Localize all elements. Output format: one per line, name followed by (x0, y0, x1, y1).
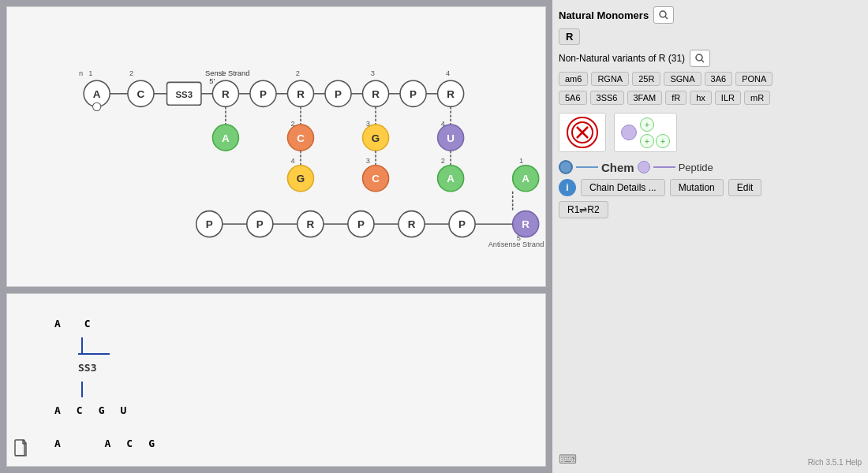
text-area: A C SS3 A C G U A (6, 293, 546, 467)
svg-text:R: R (297, 88, 305, 100)
text-g2: G (99, 400, 105, 421)
svg-text:P: P (335, 88, 342, 100)
svg-text:C: C (372, 173, 380, 184)
svg-text:1: 1 (519, 157, 523, 165)
tag-fr[interactable]: fR (665, 91, 687, 105)
peptide-button[interactable]: Peptide (638, 161, 713, 173)
svg-text:3: 3 (371, 69, 375, 77)
tag-3fam[interactable]: 3FAM (627, 91, 663, 105)
action-row: i Chain Details ... Mutation Edit (559, 179, 862, 196)
peptide-label: Peptide (679, 162, 713, 173)
r1r2-row: R1⇌R2 (559, 201, 862, 218)
svg-text:R: R (522, 218, 529, 230)
svg-text:R: R (307, 218, 315, 230)
text-a4: A (104, 434, 110, 454)
icons-row: + + + (559, 113, 862, 152)
svg-point-92 (93, 102, 101, 110)
svg-line-97 (665, 17, 668, 19)
svg-text:G: G (372, 132, 380, 144)
svg-text:1: 1 (88, 69, 92, 77)
svg-text:R: R (372, 88, 380, 100)
text-c1: C (84, 314, 91, 334)
variants-search-btn[interactable] (690, 50, 710, 67)
info-icon: i (566, 182, 568, 193)
text-a3: A (54, 434, 61, 454)
svg-text:2: 2 (296, 69, 300, 77)
tag-25r[interactable]: 25R (632, 72, 660, 86)
svg-text:n: n (79, 69, 83, 77)
file-icon[interactable] (13, 438, 29, 460)
svg-text:P: P (256, 218, 264, 230)
natural-monomers-search-btn[interactable] (653, 6, 674, 24)
chem-button[interactable]: Chem (559, 160, 634, 174)
tag-ilr[interactable]: ILR (715, 91, 741, 105)
svg-text:A: A (447, 173, 455, 184)
chain-details-button[interactable]: Chain Details ... (581, 179, 665, 196)
chem-circle-icon (559, 160, 573, 174)
svg-text:3: 3 (366, 157, 370, 165)
tag-rgna[interactable]: RGNA (591, 72, 629, 86)
svg-text:P: P (410, 88, 417, 100)
left-panel: n 1 2 Sense Strand 5' A C SS3 R P (0, 0, 552, 473)
svg-text:C: C (297, 132, 305, 144)
svg-text:R: R (408, 218, 416, 230)
tag-3a6[interactable]: 3A6 (705, 72, 733, 86)
variant-tags-row2: 5A6 3SS6 3FAM fR hx ILR mR (559, 91, 862, 105)
svg-text:4: 4 (291, 157, 295, 165)
variants-header: Non-Natural variants of R (31) (559, 50, 862, 67)
svg-text:3: 3 (366, 120, 370, 128)
keyboard-icon: ⌨ Rich 3.5.1 Help (559, 452, 862, 467)
text-a1: A (54, 314, 61, 334)
svg-point-96 (660, 11, 666, 17)
svg-text:P: P (260, 88, 267, 100)
plus-circles-icon: + + + (621, 117, 670, 148)
tag-sgna[interactable]: SGNA (664, 72, 701, 86)
monomer-r-badge[interactable]: R (559, 28, 580, 45)
svg-text:5': 5' (209, 77, 215, 85)
svg-text:R: R (222, 88, 230, 100)
r1r2-button[interactable]: R1⇌R2 (559, 201, 608, 218)
tag-3ss6[interactable]: 3SS6 (590, 91, 624, 105)
x-circle-icon-box[interactable] (559, 113, 606, 152)
right-panel: Natural Monomers R Non-Natural variants … (552, 0, 868, 473)
text-c2: C (77, 400, 83, 421)
natural-monomers-header: Natural Monomers (559, 6, 862, 24)
plus-circles-icon-box[interactable]: + + + (614, 113, 677, 152)
version-footer: ⌨ Rich 3.5.1 Help (559, 452, 862, 467)
canvas-area: n 1 2 Sense Strand 5' A C SS3 R P (6, 6, 546, 287)
svg-text:P: P (458, 218, 466, 230)
text-space (77, 434, 89, 454)
chem-peptide-row: Chem Peptide (559, 160, 862, 174)
peptide-circle-icon (638, 161, 650, 173)
mutation-button[interactable]: Mutation (670, 179, 724, 196)
svg-text:2: 2 (129, 69, 133, 77)
text-a2: A (54, 400, 61, 421)
svg-line-99 (702, 60, 704, 62)
text-g3: G (148, 434, 155, 454)
info-button[interactable]: i (559, 179, 576, 196)
version-text: Rich 3.5.1 Help (808, 458, 862, 467)
svg-text:4: 4 (441, 120, 445, 128)
svg-text:Antisense Strand: Antisense Strand (488, 240, 544, 248)
tag-pona[interactable]: PONA (735, 72, 773, 86)
tag-mr[interactable]: mR (744, 91, 770, 105)
x-circle-icon (567, 117, 598, 148)
svg-text:P: P (206, 218, 213, 230)
natural-monomers-title: Natural Monomers (559, 9, 649, 21)
svg-text:2: 2 (441, 157, 445, 165)
chem-label: Chem (601, 161, 634, 174)
svg-text:4: 4 (446, 69, 450, 77)
edit-button[interactable]: Edit (728, 179, 762, 196)
chem-line-icon (576, 166, 598, 168)
keyboard-icon-symbol: ⌨ (559, 452, 577, 467)
tag-hx[interactable]: hx (690, 91, 712, 105)
tag-am6[interactable]: am6 (559, 72, 588, 86)
tag-5a6[interactable]: 5A6 (559, 91, 587, 105)
svg-text:G: G (297, 173, 305, 184)
svg-text:SS3: SS3 (175, 90, 192, 99)
text-c3: C (126, 434, 133, 454)
svg-text:P: P (357, 218, 365, 230)
svg-text:2: 2 (291, 120, 295, 128)
variants-title: Non-Natural variants of R (31) (559, 53, 685, 64)
monomer-r-badge-row: R (559, 28, 862, 45)
